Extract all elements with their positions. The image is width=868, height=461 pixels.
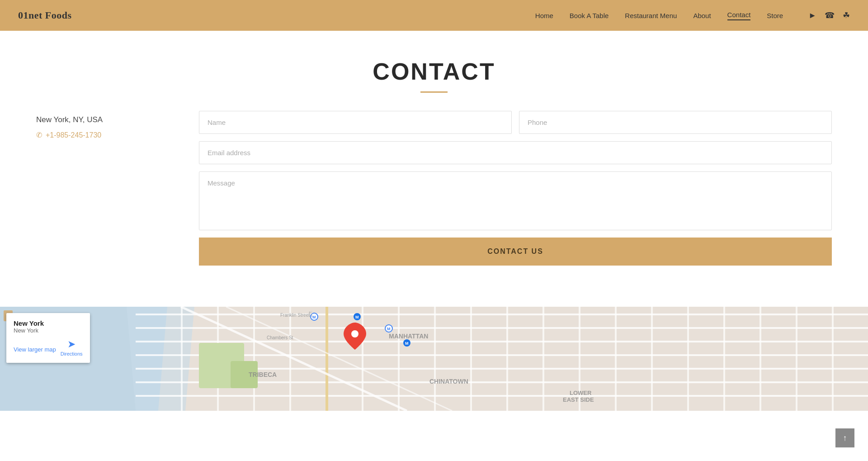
phone-icon[interactable]: ☎ xyxy=(825,10,835,20)
nav-contact[interactable]: Contact xyxy=(727,11,751,20)
map-section: TRIBECA MANHATTAN CHINATOWN LOWER EAST S… xyxy=(0,307,868,411)
svg-rect-12 xyxy=(253,307,255,411)
svg-rect-15 xyxy=(362,307,363,411)
svg-rect-17 xyxy=(434,307,436,411)
svg-rect-26 xyxy=(760,307,761,411)
nav-store[interactable]: Store xyxy=(767,12,783,19)
name-input[interactable] xyxy=(199,111,512,134)
map-svg: TRIBECA MANHATTAN CHINATOWN LOWER EAST S… xyxy=(0,307,868,411)
brand-logo[interactable]: 01net Foods xyxy=(18,10,72,21)
svg-rect-16 xyxy=(398,307,400,411)
page-title-section: CONTACT xyxy=(36,58,832,93)
map-title: New York xyxy=(14,319,83,327)
header: 01net Foods Home Book A Table Restaurant… xyxy=(0,0,868,31)
user-icon[interactable]: ☘ xyxy=(843,10,850,20)
svg-text:M: M xyxy=(355,315,359,319)
svg-rect-19 xyxy=(506,307,508,411)
email-input[interactable] xyxy=(199,141,832,164)
svg-text:Franklin Street: Franklin Street xyxy=(280,313,310,318)
contact-form: CONTACT US xyxy=(199,111,832,266)
contact-us-button[interactable]: CONTACT US xyxy=(199,238,832,266)
contact-phone: ✆ +1-985-245-1730 xyxy=(36,131,172,139)
svg-rect-13 xyxy=(289,307,291,411)
svg-text:LOWER: LOWER xyxy=(570,390,592,396)
svg-text:M: M xyxy=(405,341,409,346)
form-row-name-phone xyxy=(199,111,832,134)
svg-text:Chambers St: Chambers St xyxy=(267,335,293,340)
svg-text:CHINATOWN: CHINATOWN xyxy=(429,378,468,385)
nav-home[interactable]: Home xyxy=(535,12,553,19)
svg-text:M: M xyxy=(387,327,391,331)
svg-rect-4 xyxy=(136,327,868,329)
svg-rect-24 xyxy=(687,307,689,411)
svg-rect-10 xyxy=(181,307,183,411)
phone-number[interactable]: +1-985-245-1730 xyxy=(46,131,101,139)
map-info-row: View larger map ➤ Directions xyxy=(14,338,83,356)
contact-address: New York, NY, USA xyxy=(36,115,172,124)
directions-button[interactable]: ➤ Directions xyxy=(61,338,83,356)
page-title: CONTACT xyxy=(36,58,832,85)
svg-rect-9 xyxy=(136,395,868,397)
svg-text:🍴: 🍴 xyxy=(307,310,314,317)
main-content: CONTACT New York, NY, USA ✆ +1-985-245-1… xyxy=(0,31,868,293)
contact-body: New York, NY, USA ✆ +1-985-245-1730 CONT… xyxy=(36,111,832,266)
map-subtitle: New York xyxy=(14,327,83,334)
svg-text:MANHATTAN: MANHATTAN xyxy=(389,333,428,340)
title-underline xyxy=(420,91,448,93)
directions-label: Directions xyxy=(61,351,83,356)
map-info-box: New York New York View larger map ➤ Dire… xyxy=(6,313,90,363)
svg-rect-14 xyxy=(326,307,328,411)
main-nav: Home Book A Table Restaurant Menu About … xyxy=(535,10,850,20)
svg-text:EAST SIDE: EAST SIDE xyxy=(563,396,594,403)
contact-info: New York, NY, USA ✆ +1-985-245-1730 xyxy=(36,111,172,139)
nav-restaurant-menu[interactable]: Restaurant Menu xyxy=(625,12,677,19)
svg-rect-23 xyxy=(651,307,653,411)
location-icon[interactable]: ► xyxy=(808,11,816,20)
svg-rect-5 xyxy=(136,341,868,342)
svg-rect-20 xyxy=(542,307,544,411)
svg-rect-28 xyxy=(832,307,834,411)
nav-book-table[interactable]: Book A Table xyxy=(570,12,609,19)
svg-rect-25 xyxy=(723,307,725,411)
svg-point-48 xyxy=(351,330,359,337)
map-container: TRIBECA MANHATTAN CHINATOWN LOWER EAST S… xyxy=(0,307,868,411)
svg-rect-6 xyxy=(136,354,868,356)
svg-rect-22 xyxy=(615,307,617,411)
view-larger-map-link[interactable]: View larger map xyxy=(14,346,56,353)
nav-icons: ► ☎ ☘ xyxy=(808,10,850,20)
nav-about[interactable]: About xyxy=(693,12,711,19)
svg-rect-27 xyxy=(796,307,797,411)
message-input[interactable] xyxy=(199,171,832,230)
directions-icon: ➤ xyxy=(67,338,75,350)
svg-rect-18 xyxy=(470,307,472,411)
phone-small-icon: ✆ xyxy=(36,131,42,139)
phone-input[interactable] xyxy=(519,111,832,134)
svg-text:TRIBECA: TRIBECA xyxy=(249,371,277,378)
